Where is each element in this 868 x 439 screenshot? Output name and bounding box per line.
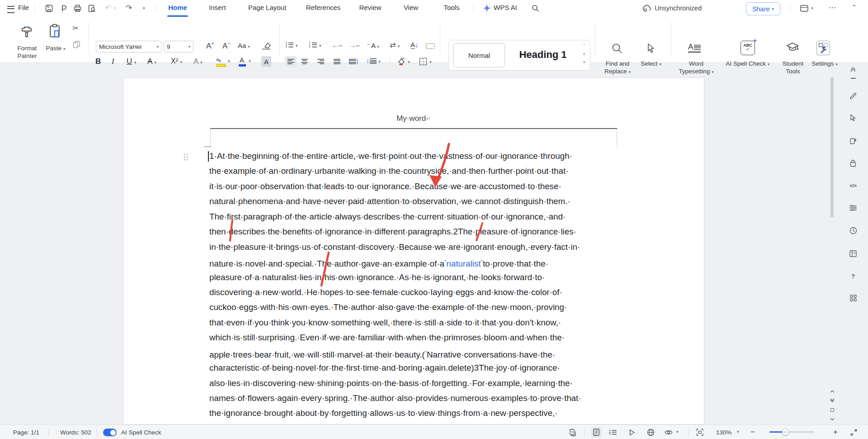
document-line[interactable]: which·is·still·surprising.·Even·if·we·ar… bbox=[209, 330, 625, 345]
next-page-icon[interactable] bbox=[828, 415, 836, 423]
student-tools-icon[interactable] bbox=[786, 42, 799, 53]
styles-more-icon[interactable]: ▾ bbox=[581, 60, 587, 64]
scroll-up-icon[interactable] bbox=[828, 387, 836, 395]
tab-view[interactable]: View bbox=[404, 4, 418, 11]
tab-page-layout[interactable]: Page Layout bbox=[248, 4, 286, 11]
document-line[interactable]: nature·is·novel·and·special.·The·author·… bbox=[209, 254, 625, 269]
sliders-icon[interactable] bbox=[847, 202, 859, 214]
bold-button[interactable]: B bbox=[95, 57, 101, 66]
sort-icon[interactable]: A↓ bbox=[410, 41, 419, 48]
layout-icon[interactable] bbox=[847, 248, 859, 259]
styles-scroll-up-icon[interactable]: ⌃ bbox=[581, 44, 587, 48]
save-icon[interactable] bbox=[45, 4, 53, 13]
grid-icon[interactable] bbox=[847, 292, 859, 304]
document-line[interactable]: allowing·us·to·break·free·from·fixed·thi… bbox=[209, 421, 625, 425]
document-line[interactable]: the·example·of·an·ordinary·urbanite·walk… bbox=[209, 163, 625, 178]
document-body[interactable]: 1·At·the·beginning·of·the·entire·article… bbox=[209, 148, 625, 425]
borders-chevron-icon[interactable]: ▾ bbox=[429, 60, 432, 64]
document-title[interactable]: My·word↵ bbox=[396, 114, 431, 123]
wrap-marks-icon[interactable]: ⇄ ▾ bbox=[390, 41, 400, 49]
pages-history-icon[interactable] bbox=[567, 427, 578, 438]
text-effects-button[interactable]: A ▾ bbox=[193, 57, 203, 66]
zoom-level[interactable]: 130% bbox=[716, 429, 732, 436]
page-count[interactable]: Page: 1/1 bbox=[13, 429, 39, 436]
show-marks-icon[interactable] bbox=[426, 43, 434, 49]
browse-object-icon[interactable] bbox=[828, 406, 836, 414]
undo-icon[interactable]: ↶ bbox=[105, 3, 111, 13]
paragraph-drag-handle-icon[interactable] bbox=[183, 153, 188, 161]
fit-screen-icon[interactable] bbox=[694, 427, 705, 438]
pen-icon[interactable] bbox=[847, 90, 859, 101]
text-direction-icon[interactable]: ↔A ▾ bbox=[366, 41, 379, 49]
italic-button[interactable]: I bbox=[112, 57, 114, 66]
zoom-out-button[interactable]: − bbox=[750, 428, 755, 437]
document-line[interactable]: it·is·our·poor·observation·that·leads·to… bbox=[209, 179, 625, 194]
hide-sidebar-icon[interactable] bbox=[847, 75, 859, 81]
menu-file[interactable]: File bbox=[18, 4, 29, 11]
ai-spell-check-icon[interactable]: ABC ✓ ✦ bbox=[741, 41, 755, 55]
history-icon[interactable] bbox=[847, 224, 859, 236]
sync-status[interactable]: Unsynchronized bbox=[642, 4, 702, 12]
print-icon[interactable] bbox=[73, 4, 82, 13]
align-left-button[interactable] bbox=[285, 56, 297, 67]
hyperlink-naturalist[interactable]: naturalist bbox=[446, 259, 481, 268]
document-line[interactable]: that·even·if·you·think·you·know·somethin… bbox=[209, 315, 625, 330]
char-shading-button[interactable]: A bbox=[261, 56, 271, 67]
line-spacing-button[interactable]: ↕ ▾ bbox=[366, 57, 380, 64]
superscript-button[interactable]: X² ▾ bbox=[171, 57, 182, 65]
tab-insert[interactable]: Insert bbox=[209, 4, 226, 11]
paste-icon[interactable] bbox=[48, 24, 61, 38]
zoom-slider-knob[interactable] bbox=[782, 429, 789, 435]
document-line[interactable]: in·the·pleasure·it·brings·us·of·constant… bbox=[209, 239, 625, 254]
export-icon[interactable] bbox=[847, 134, 859, 146]
document-page[interactable]: My·word↵ 1·At·the·beginning·of·the·entir… bbox=[123, 77, 704, 425]
word-typesetting-icon[interactable]: A bbox=[688, 43, 701, 52]
select-icon[interactable] bbox=[646, 43, 656, 53]
bullets-button[interactable] bbox=[286, 42, 293, 48]
increase-indent-icon[interactable]: →‒ bbox=[349, 41, 359, 49]
play-icon[interactable] bbox=[627, 427, 637, 438]
outline-view-icon[interactable] bbox=[607, 427, 618, 438]
strikethrough-button[interactable]: A ▾ bbox=[147, 57, 156, 66]
document-line[interactable]: 1·At·the·beginning·of·the·entire·article… bbox=[209, 148, 625, 163]
collapse-ribbon-icon[interactable]: ⌃ bbox=[852, 4, 857, 10]
tab-review[interactable]: Review bbox=[359, 4, 381, 11]
tab-wps-ai[interactable]: WPS AI bbox=[494, 4, 517, 11]
styles-scroll-down-icon[interactable]: ▾ bbox=[581, 52, 587, 56]
vertical-scrollbar[interactable] bbox=[830, 77, 834, 217]
word-typesetting-label[interactable]: Word Typesetting ▾ bbox=[676, 60, 716, 76]
ai-spell-check-label[interactable]: AI Spell Check ▾ bbox=[722, 60, 774, 68]
zoom-chevron-icon[interactable]: ▾ bbox=[737, 429, 739, 434]
paste-label[interactable]: Paste ▾ bbox=[42, 44, 69, 53]
new-tab-chevron-icon[interactable]: ▾ bbox=[811, 6, 813, 10]
tab-references[interactable]: References bbox=[306, 4, 341, 11]
highlight-button[interactable]: ✎ ▾ bbox=[216, 56, 226, 67]
new-tab-icon[interactable] bbox=[800, 5, 810, 12]
help-icon[interactable]: ? bbox=[847, 270, 859, 282]
cursor-icon[interactable] bbox=[847, 112, 859, 124]
document-line[interactable]: names·of·flowers·again·every·spring.·The… bbox=[209, 391, 625, 406]
align-right-button[interactable] bbox=[317, 59, 324, 64]
copy-icon[interactable] bbox=[73, 41, 80, 48]
code-icon[interactable]: </> bbox=[847, 180, 859, 191]
previous-page-icon[interactable] bbox=[828, 396, 836, 404]
document-line[interactable]: then·describes·the·benefits·of·ignorance… bbox=[209, 224, 625, 239]
document-line[interactable]: the·ignorance·brought·about·by·forgettin… bbox=[209, 406, 625, 420]
settings-label[interactable]: Settings ▾ bbox=[811, 60, 838, 68]
document-line[interactable]: also·lies·in·discovering·new·shining·poi… bbox=[209, 376, 625, 391]
scroll-top-icon[interactable] bbox=[847, 66, 859, 73]
tab-home[interactable]: Home bbox=[168, 4, 187, 11]
document-line[interactable]: pleasure·of·a·naturalist·lies·in·his·own… bbox=[209, 270, 625, 285]
clear-format-icon[interactable] bbox=[261, 42, 271, 50]
share-button[interactable]: Share ▾ bbox=[746, 2, 780, 15]
font-color-button[interactable]: A ▾ bbox=[239, 56, 246, 67]
shading-chevron-icon[interactable]: ▾ bbox=[408, 60, 410, 64]
word-count[interactable]: Words: 502 bbox=[60, 429, 91, 436]
style-normal[interactable]: Normal bbox=[453, 43, 505, 67]
zoom-in-button[interactable]: + bbox=[833, 428, 838, 437]
document-line[interactable]: The·first·paragraph·of·the·article·alway… bbox=[209, 209, 625, 224]
shrink-font-icon[interactable]: A− bbox=[222, 41, 231, 51]
cut-icon[interactable]: ✂ bbox=[72, 24, 79, 33]
lock-icon[interactable] bbox=[847, 157, 859, 169]
tab-tools[interactable]: Tools bbox=[443, 4, 459, 11]
